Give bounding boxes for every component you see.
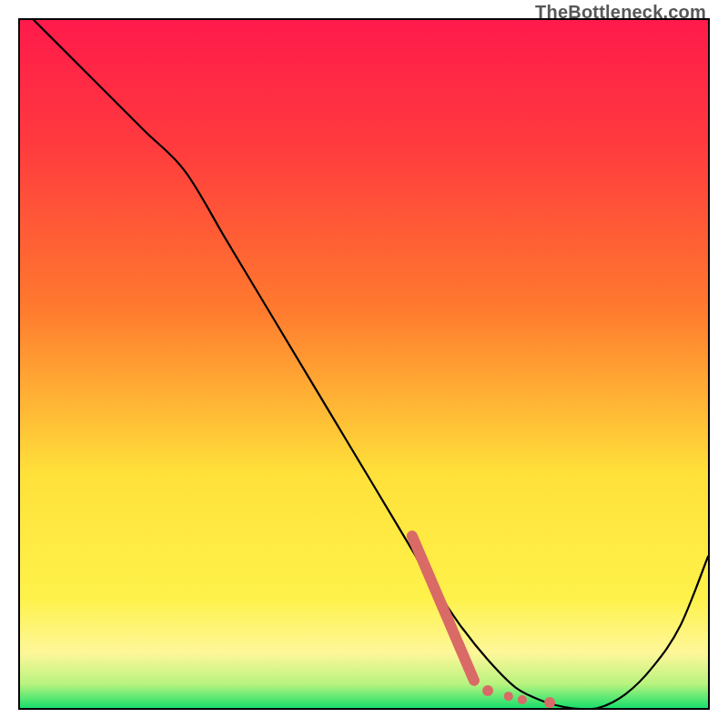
highlight-dot bbox=[518, 695, 527, 704]
gradient-background bbox=[20, 20, 708, 708]
highlight-dot bbox=[544, 697, 555, 708]
chart-frame bbox=[18, 18, 710, 710]
highlight-dot bbox=[482, 685, 493, 696]
chart-svg bbox=[20, 20, 708, 708]
highlight-dot bbox=[504, 692, 513, 701]
